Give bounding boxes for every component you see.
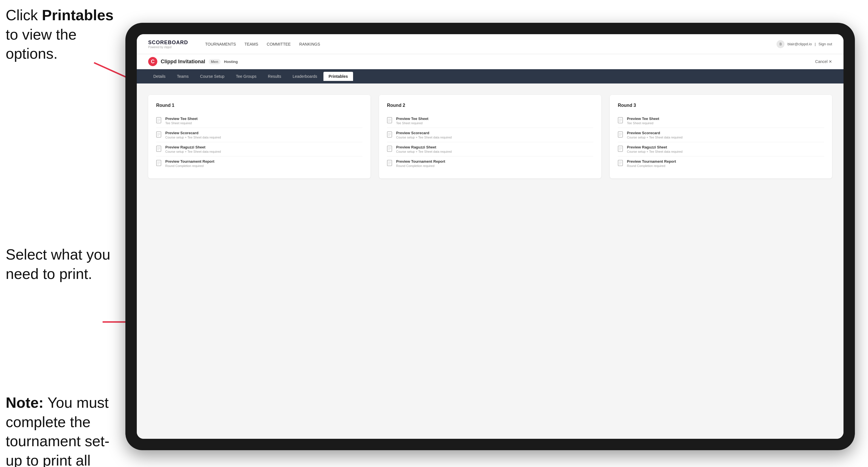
tournament-badge: Men (209, 59, 221, 64)
round1-raguzzi-sub: Course setup + Tee Sheet data required (165, 150, 221, 153)
round-1-section: Round 1 Preview Tee Sheet Tee Sheet requ… (148, 95, 370, 178)
pipe-separator: | (815, 42, 815, 46)
tournament-name: C Clippd Invitational Men Hosting (148, 57, 238, 66)
round3-tee-sheet-title: Preview Tee Sheet (627, 117, 659, 121)
round2-scorecard-text: Preview Scorecard Course setup + Tee She… (396, 131, 452, 139)
round3-tournament-report-sub: Round Completion required (627, 164, 676, 167)
round3-scorecard-sub: Course setup + Tee Sheet data required (627, 136, 682, 139)
annotation-middle: Select what you need to print. (6, 245, 114, 283)
round3-tee-sheet[interactable]: Preview Tee Sheet Tee Sheet required (618, 114, 824, 128)
tab-printables[interactable]: Printables (323, 72, 353, 81)
tab-course-setup[interactable]: Course Setup (195, 72, 230, 81)
round3-tee-sheet-sub: Tee Sheet required (627, 121, 659, 125)
round1-scorecard-text: Preview Scorecard Course setup + Tee She… (165, 131, 221, 139)
round1-tournament-report-text: Preview Tournament Report Round Completi… (165, 159, 214, 167)
doc-r2-3 (387, 146, 393, 153)
round2-tee-sheet-sub: Tee Sheet required (396, 121, 428, 125)
annotation-bold: Printables (42, 7, 114, 23)
round1-raguzzi-title: Preview Raguzzi Sheet (165, 145, 221, 149)
round3-scorecard[interactable]: Preview Scorecard Course setup + Tee She… (618, 128, 824, 142)
round3-scorecard-text: Preview Scorecard Course setup + Tee She… (627, 131, 682, 139)
round2-tee-sheet-title: Preview Tee Sheet (396, 117, 428, 121)
round1-tee-sheet-text: Preview Tee Sheet Tee Sheet required (165, 117, 197, 125)
logo-sub: Powered by clippd (148, 45, 188, 49)
round-2-section: Round 2 Preview Tee Sheet Tee Sheet requ… (379, 95, 601, 178)
round1-tee-sheet-sub: Tee Sheet required (165, 121, 197, 125)
round2-scorecard-title: Preview Scorecard (396, 131, 452, 135)
round2-tournament-report-sub: Round Completion required (396, 164, 445, 167)
top-nav-links: TOURNAMENTS TEAMS COMMITTEE RANKINGS (205, 41, 765, 48)
rounds-grid: Round 1 Preview Tee Sheet Tee Sheet requ… (148, 95, 832, 178)
doc-r2-2 (387, 131, 393, 139)
scoreboard-logo: SCOREBOARD Powered by clippd (148, 40, 188, 49)
sign-out-link[interactable]: Sign out (818, 42, 832, 46)
nav-committee[interactable]: COMMITTEE (267, 41, 291, 48)
user-email: blair@clippd.io (787, 42, 812, 46)
round2-scorecard-sub: Course setup + Tee Sheet data required (396, 136, 452, 139)
document-icon-3 (156, 146, 162, 153)
round1-tournament-report[interactable]: Preview Tournament Report Round Completi… (156, 156, 363, 170)
tab-details[interactable]: Details (148, 72, 171, 81)
round2-raguzzi[interactable]: Preview Raguzzi Sheet Course setup + Tee… (387, 142, 593, 156)
nav-rankings[interactable]: RANKINGS (299, 41, 320, 48)
document-icon-4 (156, 160, 162, 167)
tablet-screen: SCOREBOARD Powered by clippd TOURNAMENTS… (137, 34, 843, 439)
round-3-section: Round 3 Preview Tee Sheet Tee Sheet requ… (610, 95, 832, 178)
document-icon-2 (156, 131, 162, 139)
tab-teams[interactable]: Teams (172, 72, 194, 81)
round2-tee-sheet[interactable]: Preview Tee Sheet Tee Sheet required (387, 114, 593, 128)
round2-tournament-report-text: Preview Tournament Report Round Completi… (396, 159, 445, 167)
round3-tee-sheet-text: Preview Tee Sheet Tee Sheet required (627, 117, 659, 125)
round2-raguzzi-sub: Course setup + Tee Sheet data required (396, 150, 452, 153)
tablet-device: SCOREBOARD Powered by clippd TOURNAMENTS… (125, 23, 855, 450)
round2-tournament-report-title: Preview Tournament Report (396, 159, 445, 163)
round1-raguzzi-text: Preview Raguzzi Sheet Course setup + Tee… (165, 145, 221, 153)
clippd-logo: C (148, 57, 157, 66)
round2-tee-sheet-text: Preview Tee Sheet Tee Sheet required (396, 117, 428, 125)
round3-raguzzi-sub: Course setup + Tee Sheet data required (627, 150, 682, 153)
doc-r3-4 (618, 160, 624, 167)
round3-tournament-report-text: Preview Tournament Report Round Completi… (627, 159, 676, 167)
nav-teams[interactable]: TEAMS (245, 41, 258, 48)
tournament-title: Clippd Invitational (161, 59, 205, 65)
top-nav: SCOREBOARD Powered by clippd TOURNAMENTS… (137, 34, 843, 54)
round1-tournament-report-title: Preview Tournament Report (165, 159, 214, 163)
tab-results[interactable]: Results (263, 72, 286, 81)
cancel-button[interactable]: Cancel ✕ (815, 59, 832, 64)
tab-leaderboards[interactable]: Leaderboards (287, 72, 322, 81)
round3-tournament-report[interactable]: Preview Tournament Report Round Completi… (618, 156, 824, 170)
round2-raguzzi-text: Preview Raguzzi Sheet Course setup + Tee… (396, 145, 452, 153)
top-nav-right: B blair@clippd.io | Sign out (777, 40, 832, 48)
doc-r3-3 (618, 146, 624, 153)
round-3-title: Round 3 (618, 103, 824, 108)
document-icon (156, 117, 162, 125)
note-bold: Note: (6, 394, 43, 411)
hosting-badge: Hosting (224, 60, 238, 64)
nav-tournaments[interactable]: TOURNAMENTS (205, 41, 236, 48)
tab-bar: Details Teams Course Setup Tee Groups Re… (137, 69, 843, 84)
round2-scorecard[interactable]: Preview Scorecard Course setup + Tee She… (387, 128, 593, 142)
round3-raguzzi-title: Preview Raguzzi Sheet (627, 145, 682, 149)
main-content: Round 1 Preview Tee Sheet Tee Sheet requ… (137, 84, 843, 439)
tournament-header: C Clippd Invitational Men Hosting Cancel… (137, 54, 843, 69)
round3-scorecard-title: Preview Scorecard (627, 131, 682, 135)
round1-scorecard-sub: Course setup + Tee Sheet data required (165, 136, 221, 139)
doc-r2-4 (387, 160, 393, 167)
doc-r3-2 (618, 131, 624, 139)
round-2-title: Round 2 (387, 103, 593, 108)
round2-raguzzi-title: Preview Raguzzi Sheet (396, 145, 452, 149)
round1-scorecard-title: Preview Scorecard (165, 131, 221, 135)
user-avatar: B (777, 40, 784, 48)
annotation-top: Click Printables to view the options. (6, 6, 114, 64)
round3-raguzzi-text: Preview Raguzzi Sheet Course setup + Tee… (627, 145, 682, 153)
round3-raguzzi[interactable]: Preview Raguzzi Sheet Course setup + Tee… (618, 142, 824, 156)
round1-raguzzi[interactable]: Preview Raguzzi Sheet Course setup + Tee… (156, 142, 363, 156)
logo-title: SCOREBOARD (148, 40, 188, 45)
tab-tee-groups[interactable]: Tee Groups (231, 72, 261, 81)
round1-scorecard[interactable]: Preview Scorecard Course setup + Tee She… (156, 128, 363, 142)
doc-r2-1 (387, 117, 393, 125)
round1-tee-sheet[interactable]: Preview Tee Sheet Tee Sheet required (156, 114, 363, 128)
round1-tee-sheet-title: Preview Tee Sheet (165, 117, 197, 121)
round2-tournament-report[interactable]: Preview Tournament Report Round Completi… (387, 156, 593, 170)
round1-tournament-report-sub: Round Completion required (165, 164, 214, 167)
